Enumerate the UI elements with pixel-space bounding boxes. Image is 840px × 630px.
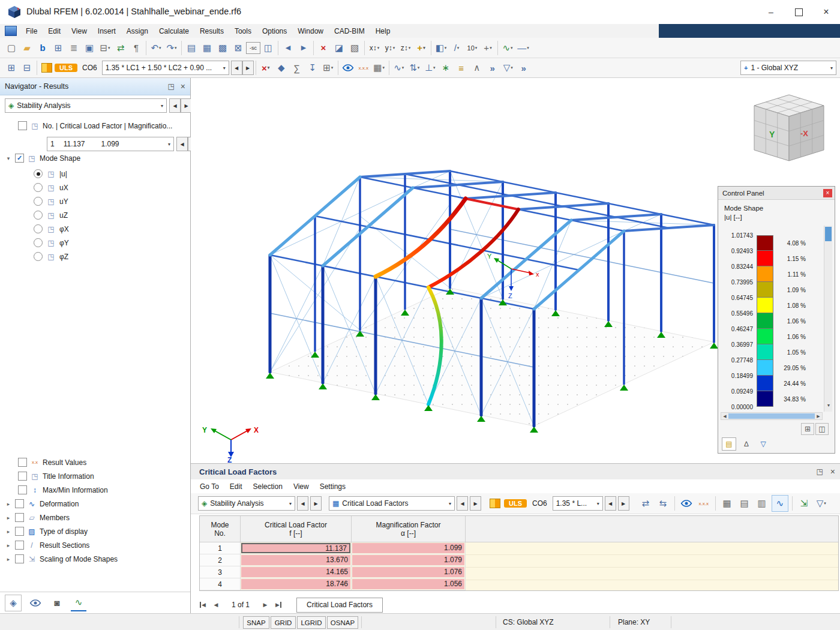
cell-mode-2[interactable]: 2	[200, 554, 241, 566]
redo-icon[interactable]: ↷▾	[164, 40, 179, 56]
radio-uy[interactable]	[34, 197, 43, 206]
expander-icon[interactable]: ▸	[5, 556, 12, 562]
results-menu-goto[interactable]: Go To	[194, 479, 224, 493]
window-layout-icon[interactable]: ⊟	[19, 60, 35, 76]
next-view-icon[interactable]: ▶	[296, 40, 311, 56]
menu-edit[interactable]: Edit	[43, 24, 66, 38]
dim-z-icon[interactable]: z↕▾	[398, 40, 413, 56]
osnap-toggle[interactable]: OSNAP	[327, 616, 358, 629]
undock-icon[interactable]: ◳	[167, 82, 174, 91]
cell-f-4[interactable]: 18.746	[241, 578, 352, 590]
prev-page-button[interactable]: ◀	[210, 599, 222, 610]
component-uy[interactable]: ◳ uY	[34, 197, 68, 206]
cell-alpha-1[interactable]: 1.099	[352, 542, 466, 554]
clipboard-icon[interactable]: ≣	[66, 40, 82, 56]
deformation-results-icon[interactable]: ∿▾	[391, 60, 407, 76]
expander-icon[interactable]: ▸	[5, 529, 12, 535]
line-style-icon[interactable]: —▾	[515, 40, 531, 56]
close-button[interactable]: ×	[812, 0, 840, 24]
table-view2-icon[interactable]: ▤	[737, 496, 752, 511]
grid-settings-icon[interactable]: +▾	[480, 40, 496, 56]
cell-f-3[interactable]: 14.165	[241, 566, 352, 578]
tab-filter-icon[interactable]: ▽	[757, 438, 770, 450]
levels-icon[interactable]: ≡	[454, 60, 469, 76]
results-menu-view[interactable]: View	[288, 479, 314, 493]
results-menu-selection[interactable]: Selection	[248, 479, 288, 493]
results-menu-settings[interactable]: Settings	[314, 479, 351, 493]
filter-icon[interactable]: ▽▾	[500, 60, 516, 76]
dim-y-icon[interactable]: y↕▾	[382, 40, 398, 56]
radio-phiy[interactable]	[34, 238, 43, 247]
results-analysis-select[interactable]: ◈ Stability Analysis ▾	[198, 496, 295, 511]
table-settings-icon[interactable]: ⊞▾	[320, 60, 336, 76]
show-results-icon[interactable]	[679, 496, 694, 511]
table-chart-icon[interactable]: ∿	[772, 495, 788, 512]
option-deformation[interactable]: ▸ ∿ Deformation	[5, 499, 79, 508]
analysis-type-select[interactable]: ◈ Stability Analysis ▾	[5, 98, 167, 113]
navigator-display-tab-icon[interactable]	[28, 595, 43, 611]
previous-mode-button[interactable]: ◀	[176, 137, 188, 151]
new-window-icon[interactable]: ⊞	[4, 60, 19, 76]
report-icon[interactable]: ¶	[128, 40, 144, 56]
result-values-checkbox[interactable]	[18, 458, 27, 467]
more-commands-icon[interactable]: »	[485, 60, 500, 76]
sc-display-icon[interactable]: -sc	[246, 42, 260, 54]
result-sections-checkbox[interactable]	[15, 541, 24, 550]
minimize-button[interactable]: –	[757, 0, 785, 24]
component-ux[interactable]: ◳ uX	[34, 183, 68, 192]
tools-icon[interactable]: ∧	[469, 60, 485, 76]
internal-forces-icon[interactable]: ⇅▾	[407, 60, 422, 76]
menu-help[interactable]: Help	[370, 24, 396, 38]
first-page-button[interactable]: ◀	[197, 599, 209, 610]
cell-mode-3[interactable]: 3	[200, 566, 241, 578]
load-combo-select[interactable]: 1.35 * L... ▾	[553, 496, 603, 511]
export-excel-icon[interactable]: ⇲	[796, 496, 812, 511]
section-plane-icon[interactable]: /▾	[449, 40, 464, 56]
hscroll-thumb[interactable]	[728, 413, 815, 419]
prev-analysis-button[interactable]: ◀	[297, 496, 308, 511]
next-analysis-button[interactable]: ▶	[310, 496, 322, 511]
more-commands2-icon[interactable]: »	[516, 60, 532, 76]
menu-calculate[interactable]: Calculate	[154, 24, 194, 38]
option-scaling[interactable]: ▸ ⇲ Scaling of Mode Shapes	[5, 554, 118, 563]
next-page-button[interactable]: ▶	[259, 599, 271, 610]
design-check-icon[interactable]: ∗	[438, 60, 454, 76]
hscroll-right-icon[interactable]: ▶	[815, 413, 822, 419]
close-results-icon[interactable]: ×	[830, 467, 835, 476]
prev-combo-button[interactable]: ◀	[605, 496, 616, 511]
next-table-button[interactable]: ▶	[470, 496, 481, 511]
zoom-cancel-icon[interactable]: ×	[316, 40, 331, 56]
panel-vscrollbar[interactable]: ▼	[824, 226, 832, 412]
navigator-results-tab-icon[interactable]: ∿	[71, 595, 86, 611]
tab-color-scale-icon[interactable]: ▤	[722, 437, 736, 451]
sync-selection-icon[interactable]: ⇄	[638, 496, 653, 511]
last-page-button[interactable]: ▶	[272, 599, 284, 610]
cell-alpha-3[interactable]: 1.076	[352, 566, 466, 578]
results-menu-edit[interactable]: Edit	[224, 479, 248, 493]
numbering-icon[interactable]: 10▾	[464, 40, 480, 56]
option-type-of-display[interactable]: ▸ ▨ Type of display	[5, 527, 88, 536]
cell-f-2[interactable]: 13.670	[241, 554, 352, 566]
pin-icon[interactable]: ◆	[274, 60, 289, 76]
expander-icon[interactable]: ▸	[5, 542, 12, 548]
print-icon[interactable]: ⊟▾	[97, 40, 113, 56]
expander-icon[interactable]: ▸	[5, 515, 12, 521]
coordinate-system-select[interactable]: + 1 - Global XYZ ▾	[740, 61, 836, 75]
lgrid-toggle[interactable]: LGRID	[297, 616, 326, 629]
show-results-icon[interactable]	[340, 60, 356, 76]
next-combination-button[interactable]: ▶	[242, 61, 254, 75]
render-mode-icon[interactable]: ▧	[347, 40, 362, 56]
result-values-icon[interactable]: x.x.x	[356, 60, 371, 76]
prev-table-button[interactable]: ◀	[457, 496, 468, 511]
stress-results-icon[interactable]: ⊥▾	[422, 60, 438, 76]
radio-phix[interactable]	[34, 224, 43, 233]
result-values-icon[interactable]: x.x.x	[696, 496, 712, 511]
tree-item-mode-shape[interactable]: ▾ ✓ ◳ Mode Shape	[5, 154, 80, 163]
hscroll-left-icon[interactable]: ◀	[721, 413, 728, 419]
cell-alpha-2[interactable]: 1.079	[352, 554, 466, 566]
undo-icon[interactable]: ↶▾	[148, 40, 164, 56]
delete-results-icon[interactable]: ×▾	[258, 60, 274, 76]
undock-icon[interactable]: ◳	[816, 467, 823, 476]
radio-phiz[interactable]	[34, 252, 43, 261]
radio-u[interactable]	[34, 169, 43, 178]
